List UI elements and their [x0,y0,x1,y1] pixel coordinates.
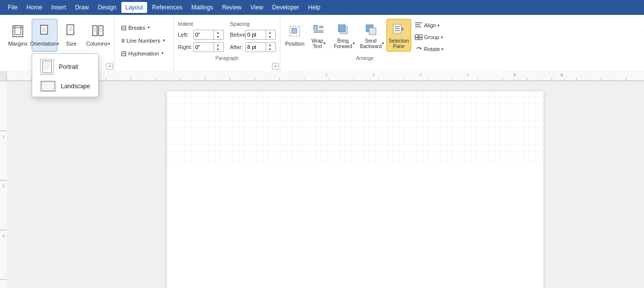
paragraph-expand[interactable]: ↗ [272,63,279,70]
spacing-after-row: After: ▲ ▼ [230,42,276,53]
orientation-icon [37,23,53,39]
orientation-chevron: ▾ [57,42,59,47]
menu-help[interactable]: Help [304,2,324,13]
indent-left-down[interactable]: ▼ [214,35,222,39]
indent-left-row: Left: ▲ ▼ [178,29,224,40]
menu-layout[interactable]: Layout [121,2,147,13]
menu-references[interactable]: References [148,2,186,13]
bring-forward-chevron: ▾ [353,42,355,46]
columns-button[interactable]: Columns ▾ [85,19,111,52]
columns-label: Columns [86,41,107,47]
main-area: 1 2 3 [0,81,644,288]
menu-mailings[interactable]: Mailings [187,2,217,13]
landscape-item[interactable]: Landscape [32,78,98,95]
orientation-dropdown: Portrait Landscape [32,54,99,97]
portrait-item[interactable]: Portrait [32,56,98,78]
spacing-after-down[interactable]: ▼ [266,47,274,52]
svg-rect-32 [369,28,376,35]
spacing-before-input-wrapper: ▲ ▼ [245,30,276,40]
svg-rect-15 [99,26,103,36]
svg-rect-14 [93,26,97,36]
svg-rect-42 [419,35,422,37]
menu-insert[interactable]: Insert [47,2,70,13]
margins-icon [10,23,26,39]
spacing-before-up[interactable]: ▲ [266,30,274,35]
svg-rect-23 [292,28,297,33]
send-backward-chevron: ▾ [382,42,384,46]
indent-header: Indent [178,21,224,27]
menu-home[interactable]: Home [22,2,46,13]
breaks-chevron: ▾ [148,25,150,30]
margins-label: Margins [8,41,27,47]
menu-design[interactable]: Design [94,2,120,13]
indent-right-input[interactable] [194,43,214,52]
rotate-icon [415,45,423,53]
spacing-after-up[interactable]: ▲ [266,43,274,47]
indent-left-input-wrapper: ▲ ▼ [193,30,224,40]
wrap-text-button[interactable]: WrapText ▾ [307,19,330,52]
bring-forward-button[interactable]: BringForward ▾ [331,19,358,52]
portrait-icon [40,59,54,75]
columns-chevron: ▾ [108,42,110,47]
menu-draw[interactable]: Draw [71,2,93,13]
selection-pane-button[interactable]: SelectionPane [386,19,411,52]
landscape-icon [40,81,56,92]
send-backward-icon [364,21,380,37]
group-chevron: ▾ [441,35,443,40]
vertical-ruler: 1 2 3 [0,81,7,288]
spacing-before-row: Before: ▲ ▼ [230,29,276,40]
align-icon [415,21,423,29]
rotate-button[interactable]: Rotate ▾ [412,44,446,55]
indent-left-input[interactable] [194,30,214,39]
landscape-label: Landscape [61,83,90,90]
page-setup-expand[interactable]: ↗ [106,63,113,70]
indent-right-up[interactable]: ▲ [214,43,222,47]
send-backward-button[interactable]: SendBackward ▾ [359,19,385,52]
svg-text:6: 6 [560,72,563,77]
hyphenation-button[interactable]: ⊟ Hyphenation ▾ [118,48,168,59]
breaks-icon: ⊟ [121,24,127,32]
indent-right-row: Right: ▲ ▼ [178,42,224,53]
wrap-text-chevron: ▾ [323,42,325,46]
size-icon [63,23,79,39]
menu-developer[interactable]: Developer [268,2,303,13]
document-page [167,91,543,288]
size-button[interactable]: Size [58,19,84,52]
group-label: Group [424,34,439,40]
menu-view[interactable]: View [247,2,268,13]
rotate-label: Rotate [424,46,440,52]
orientation-button[interactable]: Orientation ▾ [32,19,57,52]
spacing-after-input-wrapper: ▲ ▼ [245,42,276,52]
indent-left-up[interactable]: ▲ [214,30,222,35]
hyphenation-icon: ⊟ [121,50,127,58]
spacing-after-input[interactable] [246,43,266,52]
canvas-area [7,81,644,288]
indent-right-down[interactable]: ▼ [214,47,222,52]
portrait-label: Portrait [59,63,78,70]
position-button[interactable]: Position [283,19,306,52]
wrap-text-label: WrapText [312,38,323,49]
line-numbers-button[interactable]: ≡ Line Numbers ▾ [118,35,168,46]
spacing-before-input[interactable] [246,30,266,39]
selection-pane-label: SelectionPane [388,38,409,49]
wrap-text-icon [311,21,326,37]
menu-review[interactable]: Review [218,2,245,13]
svg-text:1: 1 [2,134,5,139]
line-numbers-chevron: ▾ [163,38,165,43]
size-label: Size [66,41,76,47]
left-margin-area [107,91,167,288]
align-button[interactable]: Align ▾ [412,20,446,31]
hyphenation-chevron: ▾ [161,51,163,56]
group-button[interactable]: Group ▾ [412,32,446,43]
bring-forward-icon [336,21,352,37]
menu-file[interactable]: File [4,2,21,13]
align-label: Align [424,22,436,28]
svg-rect-1 [15,28,21,35]
svg-rect-43 [415,38,418,40]
svg-rect-104 [304,71,502,80]
spacing-before-down[interactable]: ▼ [266,35,274,39]
breaks-button[interactable]: ⊟ Breaks ▾ [118,22,168,33]
svg-rect-0 [13,26,23,37]
margins-button[interactable]: Margins [5,19,31,52]
arrange-group: Position WrapText [280,17,449,71]
